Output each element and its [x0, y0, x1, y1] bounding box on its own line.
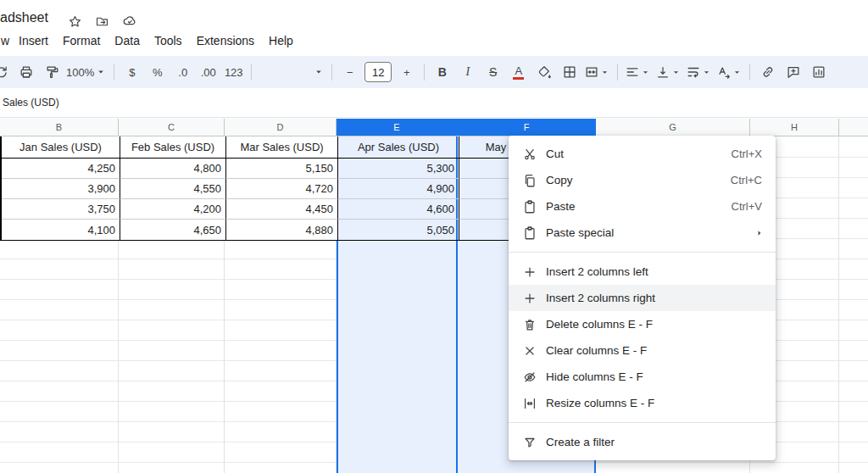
menu-format[interactable]: Format	[63, 32, 100, 49]
trash-icon	[521, 317, 538, 332]
eye-off-icon	[521, 370, 538, 385]
menu-item-insert-2-columns-left[interactable]: Insert 2 columns left	[509, 259, 776, 285]
column-header-overflow[interactable]	[839, 119, 868, 136]
borders-button[interactable]	[557, 60, 581, 84]
print-button[interactable]	[14, 60, 38, 84]
zoom-select[interactable]: 100%	[64, 60, 108, 84]
format-currency-button[interactable]: $	[120, 60, 144, 84]
menu-item-resize-columns-e-f[interactable]: Resize columns E - F	[509, 390, 776, 416]
data-cell[interactable]: 4,600	[338, 199, 459, 220]
menu-item-clear-columns-e-f[interactable]: Clear columns E - F	[509, 337, 776, 364]
data-cell[interactable]: 3,900	[2, 179, 120, 199]
data-cell[interactable]: 4,450	[226, 199, 338, 220]
title-actions	[68, 14, 137, 29]
menu-item-label: Cut	[546, 147, 564, 160]
font-family-select[interactable]	[257, 61, 326, 83]
format-percent-button[interactable]: %	[145, 60, 170, 84]
menu-extensions[interactable]: Extensions	[197, 32, 254, 49]
toolbar-divider	[114, 64, 114, 81]
insert-chart-button[interactable]	[806, 60, 831, 84]
formula-bar-text: Sales (USD)	[3, 97, 59, 109]
text-color-button[interactable]: A	[506, 60, 531, 84]
google-sheets-app: adsheet w InsertFormatDataToolsExtension…	[0, 0, 868, 473]
column-header-E[interactable]: E	[337, 119, 458, 136]
header-cell[interactable]: Apr Sales (USD)	[338, 136, 459, 159]
horizontal-align-button[interactable]	[623, 60, 653, 84]
column-header-G[interactable]: G	[596, 119, 750, 136]
paint-format-button[interactable]	[39, 60, 64, 84]
column-header-H[interactable]: H	[750, 119, 839, 136]
redo-icon	[0, 64, 8, 80]
more-formats-button[interactable]: 123	[221, 60, 246, 84]
toolbar-divider	[617, 64, 618, 81]
menu-item-paste[interactable]: PasteCtrl+V	[509, 193, 776, 220]
insert-comment-button[interactable]	[781, 60, 805, 84]
column-header-F[interactable]: F	[458, 119, 596, 136]
data-cell[interactable]: 5,050	[338, 220, 459, 240]
text-rotation-icon	[716, 64, 732, 80]
formula-bar[interactable]: Sales (USD)	[0, 88, 868, 118]
strikethrough-button[interactable]: S	[481, 60, 505, 84]
redo-button[interactable]	[0, 60, 13, 84]
data-cell[interactable]: 4,800	[120, 159, 226, 179]
data-cell[interactable]: 4,900	[338, 179, 459, 199]
menu-tools[interactable]: Tools	[154, 32, 182, 49]
submenu-arrow-icon	[754, 227, 765, 239]
decrease-font-size-button[interactable]: −	[337, 60, 362, 84]
merge-cells-button[interactable]	[582, 60, 612, 84]
vertical-align-icon	[655, 64, 670, 80]
column-header-B[interactable]: B	[0, 119, 119, 136]
data-cell[interactable]: 5,150	[226, 159, 338, 179]
header-cell[interactable]: Feb Sales (USD)	[120, 136, 226, 159]
font-size-input[interactable]: 12	[364, 62, 392, 82]
document-title[interactable]: adsheet	[0, 10, 48, 25]
menu-divider	[509, 422, 776, 423]
menu-data[interactable]: Data	[114, 32, 140, 49]
menu-item-insert-2-columns-right[interactable]: Insert 2 columns right	[509, 285, 776, 311]
menu-insert[interactable]: Insert	[19, 32, 48, 49]
column-header-D[interactable]: D	[225, 119, 337, 136]
column-header-C[interactable]: C	[119, 119, 225, 136]
menu-item-copy[interactable]: CopyCtrl+C	[509, 167, 776, 193]
menu-item-delete-columns-e-f[interactable]: Delete columns E - F	[509, 311, 776, 337]
caret-down-icon	[701, 67, 712, 78]
menu-item-create-a-filter[interactable]: Create a filter	[509, 429, 776, 455]
data-cell[interactable]: 4,880	[226, 220, 338, 240]
data-cell[interactable]: 4,720	[226, 179, 338, 199]
menu-item-hide-columns-e-f[interactable]: Hide columns E - F	[509, 364, 776, 390]
menu-view-partial[interactable]: w	[1, 32, 9, 49]
menu-shortcut: Ctrl+X	[732, 147, 762, 160]
header-cell[interactable]: Jan Sales (USD)	[2, 136, 120, 159]
data-cell[interactable]: 3,750	[2, 199, 120, 220]
text-wrap-icon	[686, 64, 701, 80]
menu-item-cut[interactable]: CutCtrl+X	[509, 141, 776, 167]
filter-icon	[521, 435, 538, 450]
star-icon[interactable]	[68, 14, 82, 29]
fill-color-button[interactable]	[531, 60, 556, 84]
resize-icon	[521, 396, 538, 411]
header-cell[interactable]: Mar Sales (USD)	[226, 136, 338, 159]
caret-down-icon	[95, 66, 107, 78]
insert-link-button[interactable]	[755, 60, 780, 84]
folder-move-icon[interactable]	[95, 14, 109, 29]
data-cell[interactable]: 4,100	[2, 220, 120, 240]
text-rotation-button[interactable]	[715, 60, 744, 84]
toolbar-divider	[251, 64, 252, 81]
data-cell[interactable]: 4,650	[120, 220, 226, 240]
data-cell[interactable]: 4,200	[120, 199, 226, 220]
decrease-decimal-button[interactable]: .0	[170, 60, 195, 84]
data-cell[interactable]: 4,250	[2, 159, 120, 179]
menu-item-label: Delete columns E - F	[546, 318, 653, 331]
italic-button[interactable]: I	[455, 60, 480, 84]
vertical-align-button[interactable]	[654, 60, 683, 84]
text-wrap-button[interactable]	[684, 60, 714, 84]
menu-help[interactable]: Help	[269, 32, 293, 49]
data-cell[interactable]: 5,300	[338, 159, 459, 179]
data-cell[interactable]: 4,550	[120, 179, 226, 199]
increase-decimal-button[interactable]: .00	[196, 60, 220, 84]
titlebar: adsheet w InsertFormatDataToolsExtension…	[0, 0, 868, 54]
increase-font-size-button[interactable]: +	[394, 60, 419, 84]
bold-button[interactable]: B	[430, 60, 454, 84]
menu-item-label: Copy	[546, 174, 573, 186]
menu-item-paste-special[interactable]: Paste special	[509, 220, 776, 246]
